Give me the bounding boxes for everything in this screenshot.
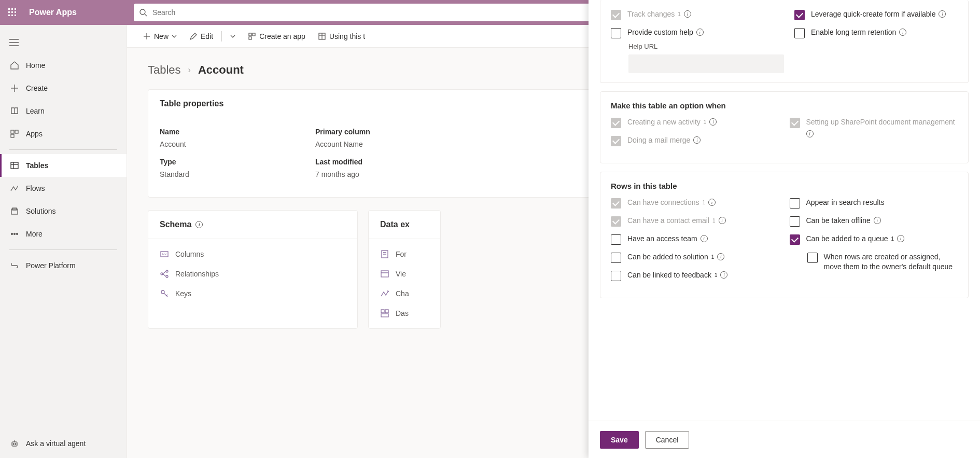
cmd-edit[interactable]: Edit	[184, 28, 218, 45]
flow-icon	[9, 183, 20, 193]
checkbox[interactable]	[790, 234, 800, 245]
info-icon[interactable]: i	[717, 253, 724, 260]
nav-ask-agent[interactable]: Ask a virtual agent	[0, 432, 127, 455]
opt-offline[interactable]: Can be taken offlinei	[790, 216, 958, 227]
nav-flows[interactable]: Flows	[0, 177, 127, 200]
info-icon[interactable]: i	[684, 10, 691, 18]
info-icon[interactable]: i	[696, 29, 704, 36]
schema-keys[interactable]: Keys	[148, 284, 357, 303]
nav-separator	[9, 149, 117, 150]
checkbox[interactable]	[807, 253, 818, 263]
svg-rect-4	[11, 11, 13, 13]
opt-label: When rows are created or assigned, move …	[824, 252, 958, 272]
table-icon	[318, 32, 326, 40]
checkbox[interactable]	[790, 198, 800, 209]
svg-line-44	[163, 271, 166, 274]
checkbox	[611, 136, 621, 146]
checkbox[interactable]	[611, 271, 621, 281]
checkbox[interactable]	[794, 10, 805, 20]
cmd-new[interactable]: New	[137, 28, 182, 45]
opt-new-activity: Creating a new activity1i	[611, 117, 779, 128]
opt-queue-sub[interactable]: When rows are created or assigned, move …	[807, 252, 958, 272]
info-icon[interactable]: i	[806, 130, 814, 137]
checkbox	[611, 10, 621, 20]
prop-name-value: Account	[160, 140, 315, 148]
nav-label: Tables	[26, 161, 48, 170]
info-icon[interactable]: i	[720, 271, 727, 279]
breadcrumb-current: Account	[198, 63, 244, 77]
info-icon[interactable]: i	[701, 235, 708, 242]
nav-power-platform[interactable]: Power Platform	[0, 254, 127, 277]
nav-label: More	[26, 230, 43, 238]
waffle-menu[interactable]	[0, 0, 25, 25]
properties-panel: Track changes1i Provide custom helpi Hel…	[589, 0, 980, 458]
info-icon[interactable]: i	[719, 217, 726, 224]
checkbox[interactable]	[611, 28, 621, 38]
cancel-button[interactable]: Cancel	[645, 431, 690, 449]
keys-icon	[160, 289, 169, 298]
svg-point-43	[166, 275, 168, 277]
svg-rect-7	[11, 15, 13, 16]
nav-home[interactable]: Home	[0, 54, 127, 77]
row-label: Das	[396, 309, 409, 317]
nav-more[interactable]: More	[0, 223, 127, 245]
search-box[interactable]	[134, 4, 611, 21]
row-label: Vie	[396, 270, 406, 278]
opt-quick-create[interactable]: Leverage quick-create form if availablei	[794, 9, 958, 20]
search-input[interactable]	[152, 8, 606, 17]
svg-point-41	[161, 273, 163, 275]
info-icon[interactable]: i	[874, 217, 881, 224]
opt-access-team[interactable]: Have an access teami	[611, 234, 779, 245]
schema-columns[interactable]: Abc Columns	[148, 244, 357, 264]
svg-rect-34	[253, 33, 255, 36]
nav-create[interactable]: Create	[0, 77, 127, 100]
svg-rect-35	[249, 37, 251, 39]
opt-search-results[interactable]: Appear in search results	[790, 198, 958, 209]
cmd-using-table[interactable]: Using this t	[313, 28, 370, 45]
cmd-label: Edit	[201, 32, 213, 40]
info-icon[interactable]: i	[708, 199, 716, 206]
chevron-down-icon	[230, 34, 235, 39]
chevron-down-icon	[172, 34, 177, 39]
info-icon[interactable]: i	[693, 136, 701, 144]
checkbox[interactable]	[611, 253, 621, 263]
schema-relationships[interactable]: Relationships	[148, 264, 357, 284]
checkbox[interactable]	[611, 234, 621, 245]
prop-primary-label: Primary column	[315, 128, 471, 136]
opt-queue[interactable]: Can be added to a queue1i	[790, 234, 958, 245]
nav-collapse[interactable]	[0, 31, 127, 54]
data-views[interactable]: Vie	[369, 264, 440, 284]
data-dashboards[interactable]: Das	[369, 303, 440, 323]
cmd-edit-dropdown[interactable]	[225, 28, 241, 45]
info-icon[interactable]: i	[897, 235, 904, 242]
nav-apps[interactable]: Apps	[0, 122, 127, 145]
save-button[interactable]: Save	[600, 431, 639, 449]
cmd-create-app[interactable]: Create an app	[243, 28, 311, 45]
opt-custom-help[interactable]: Provide custom helpi	[611, 27, 784, 38]
breadcrumb-root[interactable]: Tables	[148, 63, 181, 77]
help-url-label: Help URL	[628, 43, 784, 50]
nav-label: Power Platform	[26, 261, 76, 270]
nav-solutions[interactable]: Solutions	[0, 200, 127, 223]
data-forms[interactable]: For	[369, 244, 440, 264]
opt-long-term-retention[interactable]: Enable long term retentioni	[794, 27, 958, 38]
checkbox[interactable]	[790, 216, 800, 227]
svg-rect-0	[8, 8, 10, 10]
nav-learn[interactable]: Learn	[0, 100, 127, 122]
info-icon[interactable]: i	[195, 221, 203, 228]
book-icon	[9, 106, 20, 116]
svg-rect-55	[385, 310, 388, 313]
opt-added-solution[interactable]: Can be added to solution1i	[611, 252, 779, 263]
cmd-label: New	[154, 32, 169, 40]
info-icon[interactable]: i	[709, 118, 717, 126]
help-url-input[interactable]	[628, 54, 784, 73]
checkbox[interactable]	[794, 28, 805, 38]
nav-tables[interactable]: Tables	[0, 154, 127, 177]
data-charts[interactable]: Cha	[369, 284, 440, 303]
svg-point-25	[14, 233, 16, 235]
opt-label: Can have connections	[627, 198, 699, 207]
info-icon[interactable]: i	[939, 10, 946, 18]
info-icon[interactable]: i	[899, 29, 906, 36]
card-title: Table properties	[148, 90, 619, 118]
opt-linked-feedback[interactable]: Can be linked to feedback1i	[611, 270, 779, 281]
